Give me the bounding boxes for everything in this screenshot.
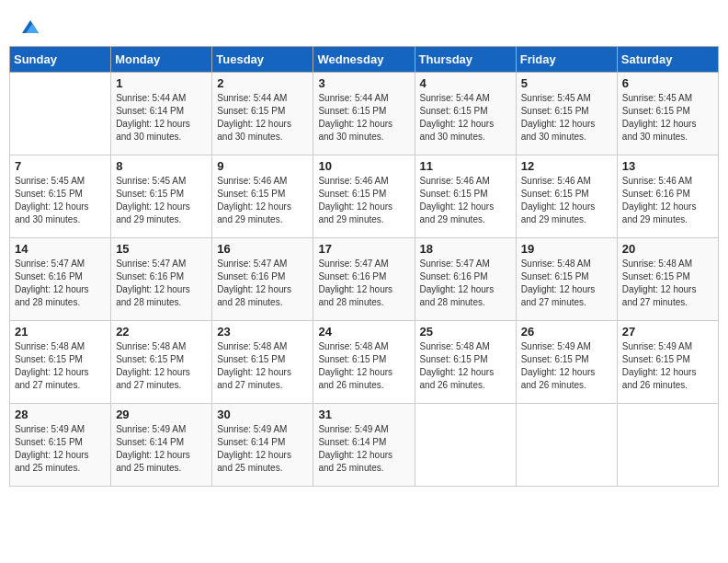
day-header-monday: Monday (111, 47, 212, 73)
day-number: 6 (622, 76, 713, 90)
calendar-cell (516, 404, 617, 487)
calendar-cell: 30Sunrise: 5:49 AM Sunset: 6:14 PM Dayli… (212, 404, 313, 487)
day-number: 3 (318, 76, 409, 90)
cell-info: Sunrise: 5:44 AM Sunset: 6:15 PM Dayligh… (318, 92, 409, 144)
cell-info: Sunrise: 5:45 AM Sunset: 6:15 PM Dayligh… (15, 175, 106, 226)
day-number: 9 (217, 159, 308, 173)
calendar-cell: 29Sunrise: 5:49 AM Sunset: 6:14 PM Dayli… (111, 404, 212, 487)
day-number: 14 (15, 242, 106, 256)
calendar-cell: 24Sunrise: 5:48 AM Sunset: 6:15 PM Dayli… (313, 321, 415, 404)
cell-info: Sunrise: 5:46 AM Sunset: 6:16 PM Dayligh… (622, 175, 713, 226)
calendar-cell: 26Sunrise: 5:49 AM Sunset: 6:15 PM Dayli… (516, 321, 617, 404)
calendar-cell: 13Sunrise: 5:46 AM Sunset: 6:16 PM Dayli… (617, 155, 718, 238)
calendar-cell: 25Sunrise: 5:48 AM Sunset: 6:15 PM Dayli… (415, 321, 516, 404)
day-header-friday: Friday (516, 47, 617, 73)
day-number: 17 (318, 242, 409, 256)
day-header-sunday: Sunday (10, 47, 111, 73)
day-number: 23 (217, 325, 308, 339)
day-number: 5 (521, 76, 612, 90)
cell-info: Sunrise: 5:49 AM Sunset: 6:14 PM Dayligh… (217, 423, 308, 475)
calendar-cell: 1Sunrise: 5:44 AM Sunset: 6:14 PM Daylig… (111, 73, 212, 155)
cell-info: Sunrise: 5:49 AM Sunset: 6:14 PM Dayligh… (116, 423, 207, 475)
calendar-cell: 23Sunrise: 5:48 AM Sunset: 6:15 PM Dayli… (212, 321, 313, 404)
day-number: 21 (15, 325, 106, 339)
cell-info: Sunrise: 5:47 AM Sunset: 6:16 PM Dayligh… (15, 258, 106, 309)
day-number: 11 (420, 159, 511, 173)
calendar-cell: 17Sunrise: 5:47 AM Sunset: 6:16 PM Dayli… (313, 238, 415, 321)
page-header (9, 9, 719, 40)
day-number: 22 (116, 325, 207, 339)
calendar-cell: 20Sunrise: 5:48 AM Sunset: 6:15 PM Dayli… (617, 238, 718, 321)
logo (18, 17, 40, 37)
calendar-cell: 7Sunrise: 5:45 AM Sunset: 6:15 PM Daylig… (10, 155, 111, 238)
calendar-cell: 12Sunrise: 5:46 AM Sunset: 6:15 PM Dayli… (516, 155, 617, 238)
day-number: 18 (420, 242, 511, 256)
calendar-cell: 5Sunrise: 5:45 AM Sunset: 6:15 PM Daylig… (516, 73, 617, 155)
calendar-table: SundayMondayTuesdayWednesdayThursdayFrid… (9, 46, 719, 487)
day-number: 25 (420, 325, 511, 339)
calendar-cell: 15Sunrise: 5:47 AM Sunset: 6:16 PM Dayli… (111, 238, 212, 321)
day-header-thursday: Thursday (415, 47, 516, 73)
cell-info: Sunrise: 5:44 AM Sunset: 6:15 PM Dayligh… (217, 92, 308, 144)
cell-info: Sunrise: 5:45 AM Sunset: 6:15 PM Dayligh… (622, 92, 713, 144)
calendar-cell: 4Sunrise: 5:44 AM Sunset: 6:15 PM Daylig… (415, 73, 516, 155)
cell-info: Sunrise: 5:45 AM Sunset: 6:15 PM Dayligh… (116, 175, 207, 226)
calendar-cell: 31Sunrise: 5:49 AM Sunset: 6:14 PM Dayli… (313, 404, 415, 487)
day-number: 10 (318, 159, 409, 173)
calendar-cell: 18Sunrise: 5:47 AM Sunset: 6:16 PM Dayli… (415, 238, 516, 321)
cell-info: Sunrise: 5:48 AM Sunset: 6:15 PM Dayligh… (116, 340, 207, 392)
calendar-cell (10, 73, 111, 155)
cell-info: Sunrise: 5:46 AM Sunset: 6:15 PM Dayligh… (420, 175, 511, 226)
calendar-cell: 22Sunrise: 5:48 AM Sunset: 6:15 PM Dayli… (111, 321, 212, 404)
cell-info: Sunrise: 5:48 AM Sunset: 6:15 PM Dayligh… (521, 258, 612, 309)
cell-info: Sunrise: 5:48 AM Sunset: 6:15 PM Dayligh… (318, 340, 409, 392)
day-header-saturday: Saturday (617, 47, 718, 73)
cell-info: Sunrise: 5:48 AM Sunset: 6:15 PM Dayligh… (15, 340, 106, 392)
cell-info: Sunrise: 5:49 AM Sunset: 6:15 PM Dayligh… (622, 340, 713, 392)
cell-info: Sunrise: 5:44 AM Sunset: 6:15 PM Dayligh… (420, 92, 511, 144)
cell-info: Sunrise: 5:49 AM Sunset: 6:15 PM Dayligh… (521, 340, 612, 392)
calendar-cell: 6Sunrise: 5:45 AM Sunset: 6:15 PM Daylig… (617, 73, 718, 155)
cell-info: Sunrise: 5:47 AM Sunset: 6:16 PM Dayligh… (318, 258, 409, 309)
calendar-cell: 9Sunrise: 5:46 AM Sunset: 6:15 PM Daylig… (212, 155, 313, 238)
day-number: 24 (318, 325, 409, 339)
cell-info: Sunrise: 5:47 AM Sunset: 6:16 PM Dayligh… (217, 258, 308, 309)
day-number: 13 (622, 159, 713, 173)
logo-icon (20, 17, 40, 37)
day-number: 2 (217, 76, 308, 90)
cell-info: Sunrise: 5:45 AM Sunset: 6:15 PM Dayligh… (521, 92, 612, 144)
cell-info: Sunrise: 5:46 AM Sunset: 6:15 PM Dayligh… (217, 175, 308, 226)
calendar-cell: 3Sunrise: 5:44 AM Sunset: 6:15 PM Daylig… (313, 73, 415, 155)
cell-info: Sunrise: 5:48 AM Sunset: 6:15 PM Dayligh… (420, 340, 511, 392)
day-number: 30 (217, 408, 308, 421)
day-header-tuesday: Tuesday (212, 47, 313, 73)
cell-info: Sunrise: 5:44 AM Sunset: 6:14 PM Dayligh… (116, 92, 207, 144)
calendar-cell: 2Sunrise: 5:44 AM Sunset: 6:15 PM Daylig… (212, 73, 313, 155)
cell-info: Sunrise: 5:47 AM Sunset: 6:16 PM Dayligh… (116, 258, 207, 309)
day-number: 27 (622, 325, 713, 339)
calendar-cell: 11Sunrise: 5:46 AM Sunset: 6:15 PM Dayli… (415, 155, 516, 238)
day-number: 4 (420, 76, 511, 90)
cell-info: Sunrise: 5:49 AM Sunset: 6:15 PM Dayligh… (15, 423, 106, 475)
day-number: 31 (318, 408, 409, 421)
calendar-cell: 27Sunrise: 5:49 AM Sunset: 6:15 PM Dayli… (617, 321, 718, 404)
day-number: 7 (15, 159, 106, 173)
day-number: 15 (116, 242, 207, 256)
calendar-cell: 28Sunrise: 5:49 AM Sunset: 6:15 PM Dayli… (10, 404, 111, 487)
day-number: 19 (521, 242, 612, 256)
calendar-cell: 14Sunrise: 5:47 AM Sunset: 6:16 PM Dayli… (10, 238, 111, 321)
calendar-cell: 8Sunrise: 5:45 AM Sunset: 6:15 PM Daylig… (111, 155, 212, 238)
day-number: 1 (116, 76, 207, 90)
day-number: 26 (521, 325, 612, 339)
day-number: 20 (622, 242, 713, 256)
cell-info: Sunrise: 5:46 AM Sunset: 6:15 PM Dayligh… (521, 175, 612, 226)
cell-info: Sunrise: 5:49 AM Sunset: 6:14 PM Dayligh… (318, 423, 409, 475)
cell-info: Sunrise: 5:46 AM Sunset: 6:15 PM Dayligh… (318, 175, 409, 226)
calendar-cell: 16Sunrise: 5:47 AM Sunset: 6:16 PM Dayli… (212, 238, 313, 321)
calendar-cell: 19Sunrise: 5:48 AM Sunset: 6:15 PM Dayli… (516, 238, 617, 321)
day-header-wednesday: Wednesday (313, 47, 415, 73)
day-number: 8 (116, 159, 207, 173)
day-number: 12 (521, 159, 612, 173)
cell-info: Sunrise: 5:48 AM Sunset: 6:15 PM Dayligh… (622, 258, 713, 309)
cell-info: Sunrise: 5:47 AM Sunset: 6:16 PM Dayligh… (420, 258, 511, 309)
